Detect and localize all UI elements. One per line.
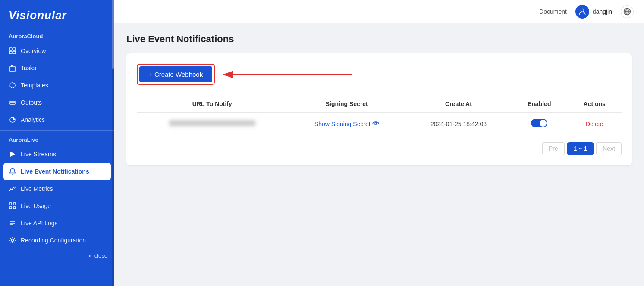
pagination: Pre 1 ~ 1 Next	[137, 142, 622, 155]
svg-rect-1	[13, 48, 16, 50]
create-webhook-button[interactable]: + Create Webhook	[139, 66, 212, 82]
topbar: Document dangjin	[114, 0, 644, 23]
create-webhook-wrapper: + Create Webhook	[137, 64, 215, 85]
sidebar-item-live-metrics[interactable]: Live Metrics	[0, 180, 114, 197]
svg-point-26	[375, 122, 377, 124]
sidebar-item-live-streams-label: Live Streams	[21, 151, 56, 158]
page-title: Live Event Notifications	[126, 34, 632, 45]
table-header-created-at: Create At	[406, 95, 511, 113]
analytics-icon	[9, 116, 16, 124]
blurred-url	[169, 120, 255, 126]
sidebar-item-live-api-logs[interactable]: Live API Logs	[0, 214, 114, 232]
svg-point-17	[12, 239, 14, 242]
sidebar: Visionular AuroraCloud Overview Tasks Te…	[0, 0, 114, 286]
topbar-user[interactable]: dangjin	[575, 5, 612, 19]
pagination-page-button[interactable]: 1 ~ 1	[567, 142, 594, 155]
sidebar-item-recording-configuration[interactable]: Recording Configuration	[0, 232, 114, 249]
sidebar-item-live-usage-label: Live Usage	[21, 202, 51, 209]
table-header-secret: Signing Secret	[288, 95, 406, 113]
sidebar-item-analytics-label: Analytics	[21, 116, 45, 123]
sidebar-item-overview[interactable]: Overview	[0, 42, 114, 59]
webhook-table: URL To Notify Signing Secret Create At E…	[137, 95, 622, 135]
recording-config-icon	[9, 236, 16, 244]
table-header-actions: Actions	[567, 95, 622, 113]
avatar	[575, 5, 589, 19]
brand-logo: Visionular	[0, 0, 114, 29]
svg-point-5	[10, 83, 15, 88]
show-signing-secret-link[interactable]: Show Signing Secret	[314, 120, 379, 128]
sidebar-item-analytics[interactable]: Analytics	[0, 111, 114, 128]
chevron-left-icon: «	[88, 252, 91, 259]
sidebar-item-live-metrics-label: Live Metrics	[21, 185, 53, 192]
svg-rect-13	[13, 207, 16, 209]
arrow-annotation	[218, 66, 356, 83]
sidebar-item-templates-label: Templates	[21, 82, 48, 89]
sidebar-item-tasks-label: Tasks	[21, 65, 36, 72]
sidebar-close-btn[interactable]: « close	[0, 249, 114, 262]
globe-icon[interactable]	[621, 5, 634, 18]
sidebar-item-templates[interactable]: Templates	[0, 77, 114, 94]
table-header-url: URL To Notify	[137, 95, 288, 113]
sidebar-item-live-event-notifications-label: Live Event Notifications	[21, 168, 89, 175]
topbar-username: dangjin	[593, 8, 612, 15]
table-cell-url	[137, 113, 288, 135]
enabled-toggle[interactable]	[531, 119, 547, 127]
live-streams-icon	[9, 150, 16, 158]
sidebar-item-outputs-label: Outputs	[21, 99, 42, 106]
main-content: Document dangjin Live Event Notification…	[114, 0, 644, 286]
table-cell-enabled	[511, 113, 567, 135]
sidebar-section-aurora-live: AuroraLive	[0, 132, 114, 146]
live-usage-icon	[9, 202, 16, 210]
svg-rect-2	[9, 51, 12, 54]
eye-icon	[372, 120, 379, 128]
svg-rect-11	[13, 203, 16, 205]
table-cell-actions: Delete	[567, 113, 622, 135]
svg-point-18	[581, 9, 584, 12]
sidebar-item-live-usage[interactable]: Live Usage	[0, 197, 114, 214]
delete-button[interactable]: Delete	[586, 121, 603, 127]
sidebar-section-aurora-cloud: AuroraCloud	[0, 29, 114, 42]
svg-rect-3	[13, 51, 16, 54]
sidebar-item-live-event-notifications[interactable]: Live Event Notifications	[3, 163, 111, 180]
sidebar-item-tasks[interactable]: Tasks	[0, 59, 114, 77]
svg-rect-7	[10, 103, 15, 104]
table-row: Show Signing Secret 2024-01-25 18:42:03	[137, 113, 622, 135]
sidebar-item-outputs[interactable]: Outputs	[0, 94, 114, 111]
pagination-next-button[interactable]: Next	[596, 142, 622, 155]
live-api-logs-icon	[9, 219, 16, 227]
sidebar-item-recording-config-label: Recording Configuration	[21, 237, 86, 244]
briefcase-icon	[9, 64, 16, 72]
svg-rect-12	[9, 207, 12, 209]
pagination-pre-button[interactable]: Pre	[542, 142, 565, 155]
action-area: + Create Webhook	[137, 64, 622, 85]
table-cell-created-at: 2024-01-25 18:42:03	[406, 113, 511, 135]
close-label: close	[94, 252, 107, 259]
sidebar-item-overview-label: Overview	[21, 47, 46, 54]
layers-icon	[9, 99, 16, 106]
content-area: Live Event Notifications + Create Webhoo…	[114, 23, 644, 286]
table-cell-secret: Show Signing Secret	[288, 113, 406, 135]
svg-rect-6	[10, 101, 15, 103]
table-header-enabled: Enabled	[511, 95, 567, 113]
templates-icon	[9, 81, 16, 89]
grid-icon	[9, 47, 16, 55]
live-metrics-icon	[9, 185, 16, 193]
sidebar-item-live-api-logs-label: Live API Logs	[21, 220, 58, 227]
bell-icon	[9, 168, 16, 175]
svg-rect-4	[9, 67, 16, 71]
svg-rect-10	[9, 203, 12, 205]
content-card: + Create Webhook	[126, 53, 632, 165]
svg-marker-9	[10, 152, 15, 157]
svg-rect-0	[9, 48, 12, 50]
sidebar-item-live-streams[interactable]: Live Streams	[0, 146, 114, 163]
topbar-document-link[interactable]: Document	[539, 8, 567, 15]
